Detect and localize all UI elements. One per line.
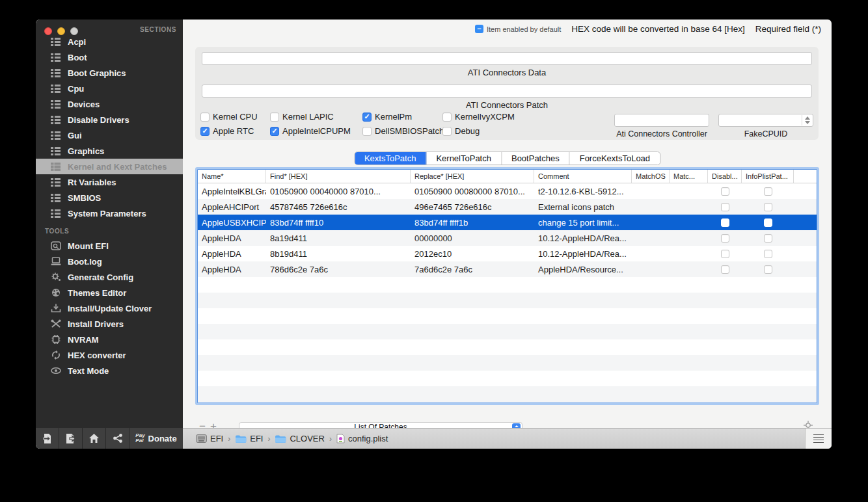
sidebar-item-generate-config[interactable]: Generate Config <box>36 269 183 285</box>
sidebar-item-label: Gui <box>68 131 82 140</box>
sidebar-item-acpi[interactable]: Acpi <box>36 34 183 49</box>
cell-comment: External icons patch <box>534 202 632 212</box>
menu-icon[interactable] <box>813 434 824 443</box>
sidebar-item-label: Text Mode <box>68 366 109 376</box>
apple-rtc-checkbox[interactable] <box>200 127 210 136</box>
list-icon <box>50 193 61 203</box>
table-row[interactable]: AppleAHCIPort 45787465 726e616c 496e7465… <box>198 199 817 215</box>
sidebar-item-themes-editor[interactable]: Themes Editor <box>36 285 183 300</box>
kernelivyxcpm-checkbox[interactable] <box>442 112 452 122</box>
column-header-disabled[interactable]: Disabl... <box>708 170 742 183</box>
column-header-infoplistpatch[interactable]: InfoPlistPat... <box>742 170 794 183</box>
option-label: AppleIntelCPUPM <box>282 126 351 136</box>
list-icon <box>50 84 61 94</box>
infoplist-checkbox[interactable] <box>764 218 772 227</box>
sidebar-item-install-drivers[interactable]: Install Drivers <box>36 316 183 332</box>
table-row[interactable]: AppleHDA 8a19d411 00000000 10.12-AppleHD… <box>198 230 817 246</box>
breadcrumb-item-config-plist[interactable]: config.plist <box>336 434 388 443</box>
disabled-checkbox[interactable] <box>721 234 729 243</box>
kernel-cpu-checkbox[interactable] <box>200 112 210 122</box>
sidebar-item-rt-variables[interactable]: Rt Variables <box>36 174 183 190</box>
sidebar-item-gui[interactable]: Gui <box>36 127 183 143</box>
cell-name: AppleHDA <box>198 233 266 243</box>
infoplist-checkbox[interactable] <box>764 187 772 196</box>
table-row[interactable]: AppleIntelKBLGrap... 01050900 00040000 8… <box>198 183 817 199</box>
column-header-replace[interactable]: Replace* [HEX] <box>411 170 534 183</box>
sidebar-item-cpu[interactable]: Cpu <box>36 81 183 96</box>
sidebar-item-label: Install Drivers <box>68 319 124 329</box>
breadcrumb-item-efi-folder[interactable]: EFI <box>235 434 263 443</box>
infoplist-checkbox[interactable] <box>764 203 772 211</box>
tab-kerneltopatch[interactable]: KernelToPatch <box>426 152 502 165</box>
sidebar-item-hex-converter[interactable]: HEX converter <box>36 347 183 363</box>
disabled-checkbox[interactable] <box>721 218 729 227</box>
cell-replace: 01050900 00080000 87010... <box>411 187 534 196</box>
breadcrumb-item-clover-folder[interactable]: CLOVER <box>275 434 324 443</box>
sidebar-item-kernel-and-kext-patches[interactable]: Kernel and Kext Patches <box>36 159 183 174</box>
column-header-name[interactable]: Name* <box>198 170 266 183</box>
tab-forcekextstoload[interactable]: ForceKextsToLoad <box>570 152 660 165</box>
sidebar-item-label: Cpu <box>68 84 84 94</box>
sidebar-item-install-update-clover[interactable]: Install/Update Clover <box>36 300 183 316</box>
disabled-checkbox[interactable] <box>721 203 729 211</box>
column-header-find[interactable]: Find* [HEX] <box>266 170 411 183</box>
appleintelcpupm-checkbox[interactable] <box>270 127 279 136</box>
breadcrumb-item-efi-disk[interactable]: EFI <box>196 434 223 443</box>
option-label: DellSMBIOSPatch <box>375 126 444 136</box>
table-row[interactable]: AppleUSBXHCIPCI 83bd74ff ffff10 83bd74ff… <box>198 215 817 230</box>
sidebar-item-system-parameters[interactable]: System Parameters <box>36 205 183 221</box>
cell-replace: 83bd74ff ffff1b <box>411 218 534 228</box>
table-row[interactable]: AppleHDA 8b19d411 2012ec10 10.12-AppleHD… <box>198 246 817 261</box>
disabled-checkbox[interactable] <box>721 265 729 274</box>
column-header-matchbuild[interactable]: Matc... <box>670 170 708 183</box>
ati-connectors-data-input[interactable] <box>202 52 812 65</box>
stepper-icon[interactable] <box>802 115 812 126</box>
sidebar-item-boot-log[interactable]: Boot.log <box>36 254 183 269</box>
sidebar-item-devices[interactable]: Devices <box>36 96 183 112</box>
column-header-matchos[interactable]: MatchOS <box>632 170 670 183</box>
table-row[interactable]: AppleHDA 786d6c2e 7a6c 7a6d6c2e 7a6c App… <box>198 261 817 277</box>
infoplist-checkbox[interactable] <box>764 234 772 243</box>
tools-nav: Mount EFI Boot.log Generate Config Theme… <box>36 238 183 378</box>
infoplist-checkbox[interactable] <box>764 265 772 274</box>
ati-connectors-patch-input[interactable] <box>202 85 812 98</box>
folder-icon <box>235 434 247 443</box>
sidebar-item-nvram[interactable]: NVRAM <box>36 332 183 347</box>
sidebar-item-mount-efi[interactable]: Mount EFI <box>36 238 183 254</box>
option-appleintelcpupm: AppleIntelCPUPM <box>270 126 351 136</box>
cell-comment: change 15 port limit... <box>534 218 632 228</box>
cell-replace: 2012ec10 <box>411 249 534 259</box>
share-button[interactable] <box>106 428 129 449</box>
sidebar: SECTIONS Acpi Boot Boot Graphics Cpu De <box>36 20 183 429</box>
sidebar-item-boot-graphics[interactable]: Boot Graphics <box>36 65 183 81</box>
sidebar-item-smbios[interactable]: SMBIOS <box>36 190 183 205</box>
breadcrumb: EFI › EFI › CLOVER › config.plist <box>196 429 388 449</box>
disabled-checkbox[interactable] <box>721 187 729 196</box>
kernelpm-checkbox[interactable] <box>362 112 372 122</box>
sidebar-item-text-mode[interactable]: Text Mode <box>36 363 183 378</box>
disabled-checkbox[interactable] <box>721 250 729 258</box>
sidebar-item-label: Generate Config <box>68 272 133 282</box>
kernel-lapic-checkbox[interactable] <box>270 112 279 122</box>
folder-icon <box>275 434 286 443</box>
home-button[interactable] <box>83 428 106 449</box>
debug-checkbox[interactable] <box>442 127 452 136</box>
column-header-comment[interactable]: Comment <box>534 170 632 183</box>
sidebar-item-graphics[interactable]: Graphics <box>36 143 183 159</box>
infoplist-checkbox[interactable] <box>764 250 772 258</box>
sidebar-item-boot[interactable]: Boot <box>36 49 183 65</box>
ati-connectors-data-label: ATI Connectors Data <box>195 68 819 77</box>
import-config-button[interactable] <box>36 428 59 449</box>
export-config-button[interactable] <box>59 428 83 449</box>
breadcrumb-label: EFI <box>250 434 263 443</box>
tab-kextstopatch[interactable]: KextsToPatch <box>355 152 427 165</box>
tab-bootpatches[interactable]: BootPatches <box>502 152 570 165</box>
paypal-donate-button[interactable]: PayPal Donate <box>129 428 183 449</box>
sidebar-item-disable-drivers[interactable]: Disable Drivers <box>36 112 183 127</box>
list-icon <box>50 53 61 62</box>
sidebar-item-label: Acpi <box>68 37 86 47</box>
fakecpuid-combobox[interactable] <box>718 114 813 127</box>
ati-connectors-controller-input[interactable] <box>614 114 709 127</box>
sidebar-item-label: SMBIOS <box>68 193 101 203</box>
dellsmbiospatch-checkbox[interactable] <box>362 127 372 136</box>
